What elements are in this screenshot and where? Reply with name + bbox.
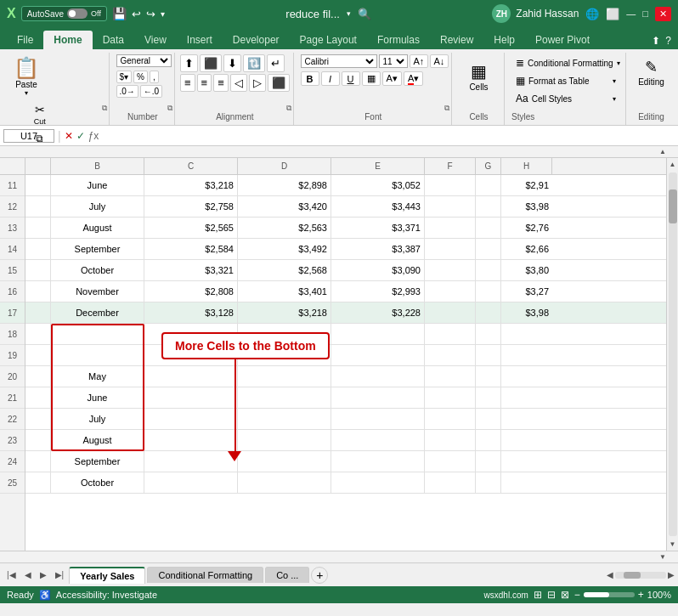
autosave-state-icon[interactable]: [67, 8, 88, 19]
cell-g19[interactable]: [476, 345, 501, 365]
cell-a12[interactable]: [25, 196, 51, 217]
close-button[interactable]: ✕: [655, 7, 671, 21]
cell-h18[interactable]: [501, 324, 552, 344]
cell-g14[interactable]: [476, 239, 501, 259]
cell-a22[interactable]: [25, 409, 51, 429]
vertical-scrollbar[interactable]: ▲ ▼: [666, 158, 678, 551]
share-icon[interactable]: 🌐: [585, 8, 599, 20]
cell-e11[interactable]: $3,052: [331, 175, 425, 195]
accessibility-status[interactable]: Accessibility: Investigate: [56, 590, 157, 600]
add-sheet-button[interactable]: +: [311, 567, 328, 584]
cell-d12[interactable]: $3,420: [238, 196, 331, 217]
cell-g18[interactable]: [476, 324, 501, 344]
decrease-indent-button[interactable]: ◁: [230, 74, 247, 92]
cell-c24[interactable]: [144, 451, 238, 472]
cell-b17[interactable]: December: [51, 302, 144, 323]
cell-b11[interactable]: June: [51, 175, 144, 195]
scroll-down-arrow[interactable]: ▼: [667, 538, 678, 551]
cell-f25[interactable]: [425, 472, 476, 493]
col-header-h[interactable]: H: [501, 158, 552, 174]
cell-h14[interactable]: $2,66: [501, 239, 552, 259]
cell-g17[interactable]: [476, 302, 501, 323]
cell-b24[interactable]: September: [51, 451, 144, 472]
cell-h12[interactable]: $3,98: [501, 196, 552, 217]
col-header-f[interactable]: F: [425, 158, 476, 174]
cell-h15[interactable]: $3,80: [501, 260, 552, 280]
view-normal-icon[interactable]: ⊞: [534, 589, 542, 601]
minimize-button[interactable]: —: [626, 8, 636, 19]
cell-c23[interactable]: [144, 430, 238, 450]
cell-b14[interactable]: September: [51, 239, 144, 259]
cell-c21[interactable]: [144, 387, 238, 408]
cell-f23[interactable]: [425, 430, 476, 450]
cell-d25[interactable]: [238, 472, 331, 493]
cell-g22[interactable]: [476, 409, 501, 429]
ribbon-display-icon[interactable]: ⬜: [606, 8, 619, 20]
search-icon[interactable]: 🔍: [358, 8, 371, 20]
font-name-select[interactable]: Calibri Arial Times New Roman: [301, 54, 377, 68]
cell-g12[interactable]: [476, 196, 501, 217]
cell-f21[interactable]: [425, 387, 476, 408]
decrease-decimal-button[interactable]: .0→: [116, 85, 138, 98]
cell-f13[interactable]: [425, 218, 476, 238]
border-button[interactable]: ▦: [362, 71, 381, 86]
cell-h21[interactable]: [501, 387, 552, 408]
font-color-button[interactable]: A▾: [404, 71, 423, 86]
sheet-tab-conditional-formatting[interactable]: Conditional Formatting: [147, 567, 263, 583]
cell-b22[interactable]: July: [51, 409, 144, 429]
align-bottom-button[interactable]: ⬇: [223, 54, 241, 72]
cell-a19[interactable]: [25, 345, 51, 365]
tab-scroll-first[interactable]: |◀: [3, 568, 20, 581]
cell-a14[interactable]: [25, 239, 51, 259]
cell-d17[interactable]: $3,218: [238, 302, 331, 323]
undo-icon[interactable]: ↩: [132, 8, 141, 20]
decrease-font-size-button[interactable]: A↓: [430, 54, 449, 68]
scrollbar-thumb[interactable]: [669, 189, 677, 223]
tab-home[interactable]: Home: [43, 31, 92, 49]
cell-d11[interactable]: $2,898: [238, 175, 331, 195]
cell-c20[interactable]: [144, 366, 238, 387]
h-scroll-right-icon[interactable]: ▶: [668, 570, 675, 579]
h-scroll-left-icon[interactable]: ◀: [607, 570, 613, 579]
cell-h17[interactable]: $3,98: [501, 302, 552, 323]
cell-g25[interactable]: [476, 472, 501, 493]
cell-b25[interactable]: October: [51, 472, 144, 493]
cell-f20[interactable]: [425, 366, 476, 387]
cell-d19[interactable]: [238, 345, 331, 365]
cell-d18[interactable]: [238, 324, 331, 344]
cell-g24[interactable]: [476, 451, 501, 472]
tab-formulas[interactable]: Formulas: [367, 31, 430, 49]
cell-a24[interactable]: [25, 451, 51, 472]
cell-f11[interactable]: [425, 175, 476, 195]
cell-d20[interactable]: [238, 366, 331, 387]
title-dropdown-icon[interactable]: ▾: [347, 9, 351, 18]
accounting-format-button[interactable]: $▾: [116, 71, 133, 83]
cell-g23[interactable]: [476, 430, 501, 450]
cell-c15[interactable]: $3,321: [144, 260, 238, 280]
col-header-d[interactable]: D: [238, 158, 331, 174]
autosave-toggle[interactable]: AutoSave Off: [21, 6, 107, 21]
cell-c12[interactable]: $2,758: [144, 196, 238, 217]
cell-a25[interactable]: [25, 472, 51, 493]
cell-e21[interactable]: [331, 387, 425, 408]
sheet-tab-yearly-sales[interactable]: Yearly Sales: [69, 567, 145, 584]
cell-g20[interactable]: [476, 366, 501, 387]
cs-dropdown-icon[interactable]: ▾: [613, 95, 616, 103]
cells-button[interactable]: ▦ Cells: [464, 58, 493, 95]
align-left-button[interactable]: ≡: [180, 74, 195, 92]
cell-f19[interactable]: [425, 345, 476, 365]
tab-insert[interactable]: Insert: [177, 31, 223, 49]
font-expand-icon[interactable]: ⧉: [444, 104, 449, 113]
cell-b20[interactable]: May: [51, 366, 144, 387]
cell-f22[interactable]: [425, 409, 476, 429]
cell-a11[interactable]: [25, 175, 51, 195]
view-page-break-icon[interactable]: ⊠: [561, 589, 569, 601]
tab-data[interactable]: Data: [93, 31, 134, 49]
cell-h16[interactable]: $3,27: [501, 281, 552, 302]
cell-a17[interactable]: [25, 302, 51, 323]
cell-h19[interactable]: [501, 345, 552, 365]
percent-button[interactable]: %: [133, 71, 148, 83]
cell-d13[interactable]: $2,563: [238, 218, 331, 238]
cell-h13[interactable]: $2,76: [501, 218, 552, 238]
bold-button[interactable]: B: [301, 71, 319, 86]
